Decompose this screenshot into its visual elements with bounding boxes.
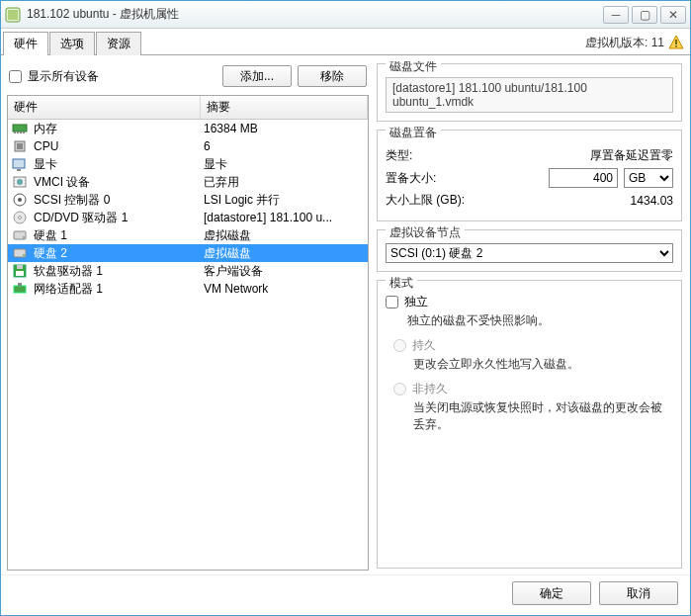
independent-label: 独立 — [404, 294, 428, 310]
hardware-name: CPU — [34, 139, 204, 153]
svg-rect-11 — [13, 159, 25, 168]
independent-checkbox[interactable] — [386, 296, 398, 308]
hardware-summary: VM Network — [204, 282, 364, 296]
nonpersistent-radio[interactable] — [393, 383, 406, 396]
tab-options[interactable]: 选项 — [49, 32, 95, 55]
persistent-radio[interactable] — [393, 339, 406, 352]
hardware-name: 软盘驱动器 1 — [34, 263, 204, 280]
show-all-devices-checkbox[interactable]: 显示所有设备 — [9, 68, 216, 85]
hardware-summary: 虚拟磁盘 — [204, 245, 364, 262]
disk-provision-group: 磁盘置备 类型: 厚置备延迟置零 置备大小: GB — [377, 130, 682, 221]
hardware-row[interactable]: VMCI 设备已弃用 — [8, 173, 368, 191]
cpu-icon — [12, 138, 28, 154]
tabs: 硬件 选项 资源 虚拟机版本: 11 — [1, 29, 690, 55]
svg-rect-3 — [675, 45, 677, 47]
hardware-row[interactable]: 显卡显卡 — [8, 155, 368, 173]
svg-rect-1 — [8, 10, 18, 20]
tab-hardware[interactable]: 硬件 — [3, 32, 48, 55]
hardware-row[interactable]: SCSI 控制器 0LSI Logic 并行 — [8, 191, 368, 209]
independent-desc: 独立的磁盘不受快照影响。 — [407, 312, 673, 329]
scsi-icon — [12, 192, 28, 208]
hardware-summary: LSI Logic 并行 — [204, 192, 364, 209]
hardware-summary: 虚拟磁盘 — [204, 227, 364, 244]
size-unit-select[interactable]: GB — [624, 168, 673, 188]
mode-group: 模式 独立 独立的磁盘不受快照影响。 持久 更改会立即永久性地写入磁盘。 非持 — [377, 280, 682, 569]
disk-file-group: 磁盘文件 [datastore1] 181.100 ubuntu/181.100… — [377, 63, 682, 122]
hardware-row[interactable]: CPU6 — [8, 137, 368, 155]
hardware-summary: 16384 MB — [204, 122, 364, 135]
remove-button[interactable]: 移除 — [298, 65, 367, 87]
hardware-row[interactable]: 软盘驱动器 1客户端设备 — [8, 262, 368, 280]
svg-rect-26 — [14, 286, 26, 293]
cancel-button[interactable]: 取消 — [599, 581, 678, 605]
svg-rect-25 — [16, 271, 24, 276]
provisioned-size-label: 置备大小: — [386, 170, 465, 187]
svg-rect-27 — [18, 283, 22, 286]
hardware-name: 内存 — [34, 121, 204, 137]
virtual-device-node-select[interactable]: SCSI (0:1) 硬盘 2 — [386, 243, 673, 263]
svg-rect-6 — [17, 132, 19, 133]
show-all-checkbox-input[interactable] — [9, 70, 22, 83]
hardware-name: 硬盘 1 — [34, 227, 204, 244]
hardware-panel: 显示所有设备 添加... 移除 硬件 摘要 内存16384 MBCPU6显卡显卡… — [7, 61, 369, 571]
svg-rect-8 — [23, 132, 25, 133]
hardware-summary: 显卡 — [204, 156, 364, 173]
svg-rect-10 — [17, 143, 23, 149]
svg-rect-5 — [14, 132, 16, 133]
detail-panel: 磁盘文件 [datastore1] 181.100 ubuntu/181.100… — [375, 61, 684, 571]
hardware-summary: [datastore1] 181.100 u... — [204, 211, 364, 224]
persistent-radio-row[interactable]: 持久 — [393, 337, 673, 354]
hardware-row[interactable]: 网络适配器 1VM Network — [8, 280, 368, 298]
vm-properties-window: 181.102 ubuntu - 虚拟机属性 ─ ▢ ✕ 硬件 选项 资源 虚拟… — [0, 0, 691, 616]
svg-point-22 — [23, 254, 25, 256]
close-button[interactable]: ✕ — [660, 6, 686, 24]
hardware-name: 网络适配器 1 — [34, 281, 204, 298]
hardware-row[interactable]: 硬盘 2虚拟磁盘 — [8, 244, 368, 262]
floppy-icon — [12, 263, 28, 279]
nonpersistent-desc: 当关闭电源或恢复快照时，对该磁盘的更改会被丢弃。 — [413, 399, 673, 433]
disk-file-value: [datastore1] 181.100 ubuntu/181.100 ubun… — [386, 77, 673, 113]
add-button[interactable]: 添加... — [222, 65, 292, 87]
window-title: 181.102 ubuntu - 虚拟机属性 — [27, 6, 600, 23]
hardware-list-header: 硬件 摘要 — [8, 96, 368, 120]
warning-icon — [668, 35, 684, 50]
hardware-summary: 已弃用 — [204, 174, 364, 191]
hardware-name: CD/DVD 驱动器 1 — [34, 210, 204, 226]
vm-version-label: 虚拟机版本: 11 — [585, 35, 664, 51]
nonpersistent-radio-row[interactable]: 非持久 — [393, 381, 673, 397]
minimize-button[interactable]: ─ — [603, 6, 629, 24]
svg-rect-4 — [13, 125, 27, 132]
svg-point-14 — [17, 179, 23, 185]
svg-point-18 — [19, 217, 22, 220]
provisioned-size-input[interactable] — [549, 168, 618, 188]
video-icon — [12, 156, 28, 172]
hardware-summary: 客户端设备 — [204, 263, 364, 280]
svg-rect-7 — [20, 132, 22, 133]
hardware-name: VMCI 设备 — [34, 174, 204, 191]
type-label: 类型: — [386, 147, 465, 164]
persistent-label: 持久 — [412, 337, 436, 354]
col-hardware: 硬件 — [8, 96, 201, 119]
dialog-footer: 确定 取消 — [1, 574, 690, 615]
disk-icon — [12, 245, 28, 261]
disk-icon — [12, 227, 28, 243]
hardware-row[interactable]: 硬盘 1虚拟磁盘 — [8, 226, 368, 244]
vmci-icon — [12, 174, 28, 190]
virtual-device-node-group: 虚拟设备节点 SCSI (0:1) 硬盘 2 — [377, 229, 682, 272]
tab-resources[interactable]: 资源 — [96, 32, 141, 55]
svg-point-16 — [18, 198, 22, 202]
mode-title: 模式 — [386, 275, 417, 292]
svg-rect-2 — [675, 40, 677, 44]
hardware-row[interactable]: 内存16384 MB — [8, 120, 368, 137]
titlebar: 181.102 ubuntu - 虚拟机属性 ─ ▢ ✕ — [1, 1, 690, 29]
persistent-desc: 更改会立即永久性地写入磁盘。 — [413, 356, 673, 373]
max-size-label: 大小上限 (GB): — [386, 192, 504, 209]
hardware-row[interactable]: CD/DVD 驱动器 1[datastore1] 181.100 u... — [8, 209, 368, 226]
cd-icon — [12, 210, 28, 225]
independent-checkbox-row[interactable]: 独立 — [386, 294, 673, 310]
disk-provision-title: 磁盘置备 — [386, 125, 441, 141]
maximize-button[interactable]: ▢ — [632, 6, 657, 24]
hardware-name: SCSI 控制器 0 — [34, 192, 204, 209]
show-all-label: 显示所有设备 — [28, 68, 99, 85]
ok-button[interactable]: 确定 — [512, 581, 591, 605]
